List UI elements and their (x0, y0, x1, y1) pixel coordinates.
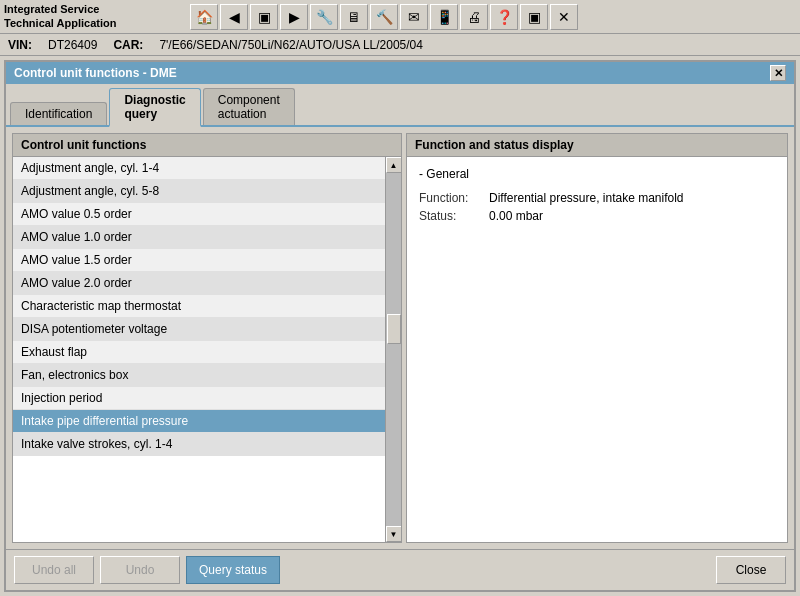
right-panel-body: - General Function: Differential pressur… (407, 157, 787, 237)
right-panel-header: Function and status display (407, 134, 787, 157)
function-value: Differential pressure, intake manifold (489, 191, 684, 205)
print-button[interactable]: 🖨 (460, 4, 488, 30)
tab-diagnostic-query[interactable]: Diagnosticquery (109, 88, 200, 127)
list-item[interactable]: AMO value 1.5 order (13, 249, 385, 272)
close-app-button[interactable]: ✕ (550, 4, 578, 30)
home-button[interactable]: 🏠 (190, 4, 218, 30)
forward-button[interactable]: ▶ (280, 4, 308, 30)
bottom-bar: Undo all Undo Query status Close (6, 549, 794, 590)
list-item[interactable]: Adjustment angle, cyl. 5-8 (13, 180, 385, 203)
wrench-button[interactable]: 🔨 (370, 4, 398, 30)
undo-button[interactable]: Undo (100, 556, 180, 584)
back-button[interactable]: ◀ (220, 4, 248, 30)
list-item[interactable]: AMO value 0.5 order (13, 203, 385, 226)
left-panel: Control unit functions Adjustment angle,… (12, 133, 402, 543)
scroll-down-button[interactable]: ▼ (386, 526, 402, 542)
list-item[interactable]: AMO value 1.0 order (13, 226, 385, 249)
tab-component-actuation[interactable]: Componentactuation (203, 88, 295, 125)
scroll-thumb[interactable] (387, 314, 401, 344)
email-button[interactable]: ✉ (400, 4, 428, 30)
list-item[interactable]: Characteristic map thermostat (13, 295, 385, 318)
tab-identification[interactable]: Identification (10, 102, 107, 125)
function-row: Function: Differential pressure, intake … (419, 191, 775, 205)
phone-button[interactable]: 📱 (430, 4, 458, 30)
scroll-track[interactable] (386, 173, 402, 526)
list-items: Adjustment angle, cyl. 1-4 Adjustment an… (13, 157, 385, 542)
main-content: Control unit functions Adjustment angle,… (6, 127, 794, 549)
car-label: CAR: (113, 38, 143, 52)
list-item[interactable]: Injection period (13, 387, 385, 410)
list-item[interactable]: AMO value 2.0 order (13, 272, 385, 295)
list-item[interactable]: Fan, electronics box (13, 364, 385, 387)
query-status-button[interactable]: Query status (186, 556, 280, 584)
scroll-up-button[interactable]: ▲ (386, 157, 402, 173)
dialog-close-button[interactable]: ✕ (770, 65, 786, 81)
extra-button[interactable]: ▣ (520, 4, 548, 30)
toolbar: Integrated Service Technical Application… (0, 0, 800, 34)
dialog-titlebar: Control unit functions - DME ✕ (6, 62, 794, 84)
help-button[interactable]: ❓ (490, 4, 518, 30)
right-panel: Function and status display - General Fu… (406, 133, 788, 543)
scrollbar[interactable]: ▲ ▼ (385, 157, 401, 542)
bottom-left-buttons: Undo all Undo Query status (14, 556, 280, 584)
car-value: 7'/E66/SEDAN/750Li/N62/AUTO/USA LL/2005/… (159, 38, 423, 52)
monitor-button[interactable]: 🖥 (340, 4, 368, 30)
dialog-title: Control unit functions - DME (14, 66, 177, 80)
list-item-selected[interactable]: Intake pipe differential pressure (13, 410, 385, 433)
list-item[interactable]: DISA potentiometer voltage (13, 318, 385, 341)
general-label: - General (419, 167, 775, 181)
list-item[interactable]: Exhaust flap (13, 341, 385, 364)
status-key: Status: (419, 209, 489, 223)
function-key: Function: (419, 191, 489, 205)
vin-value: DT26409 (48, 38, 97, 52)
left-panel-header: Control unit functions (13, 134, 401, 157)
close-button[interactable]: Close (716, 556, 786, 584)
status-row: Status: 0.00 mbar (419, 209, 775, 223)
list-item[interactable]: Adjustment angle, cyl. 1-4 (13, 157, 385, 180)
status-value: 0.00 mbar (489, 209, 543, 223)
tabs: Identification Diagnosticquery Component… (6, 84, 794, 127)
tools-button[interactable]: 🔧 (310, 4, 338, 30)
undo-all-button[interactable]: Undo all (14, 556, 94, 584)
window-button[interactable]: ▣ (250, 4, 278, 30)
vin-bar: VIN: DT26409 CAR: 7'/E66/SEDAN/750Li/N62… (0, 34, 800, 56)
list-item[interactable]: Intake valve strokes, cyl. 1-4 (13, 433, 385, 456)
vin-label: VIN: (8, 38, 32, 52)
app-title: Integrated Service Technical Application (4, 3, 184, 29)
dialog: Control unit functions - DME ✕ Identific… (4, 60, 796, 592)
list-area: Adjustment angle, cyl. 1-4 Adjustment an… (13, 157, 401, 542)
